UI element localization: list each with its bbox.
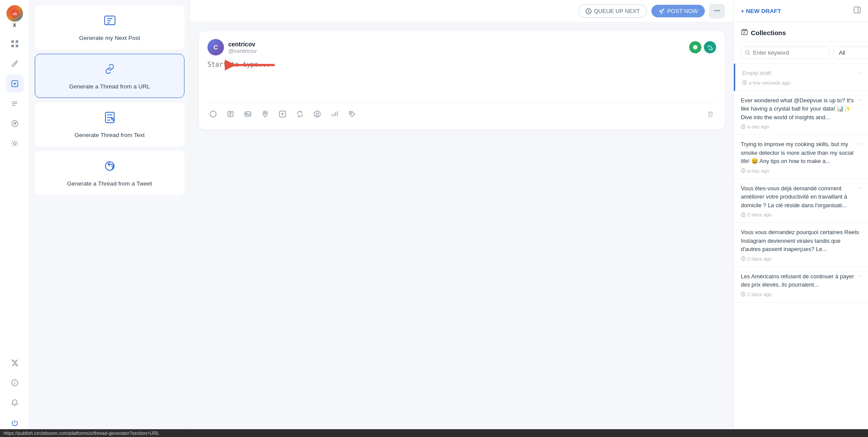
user-handle: @centricov — [228, 48, 256, 54]
sidebar-item-compose[interactable] — [6, 55, 24, 73]
panel-toggle-button[interactable] — [853, 6, 861, 16]
svg-rect-19 — [718, 10, 720, 11]
tweet-compose-area: C centricov @centricov — [199, 31, 725, 130]
draft-item-text: Les Américains refusent de continuer à p… — [741, 272, 861, 289]
svg-rect-18 — [717, 10, 718, 11]
editor-body: C centricov @centricov — [190, 23, 733, 437]
avatar: C — [207, 39, 224, 55]
thread-icon[interactable] — [225, 108, 236, 122]
status-url: https://publish.circleboom.com/platforms… — [3, 430, 159, 436]
draft-item-time: a day ago — [741, 124, 861, 129]
thread-text-label: Generate Thread from Text — [75, 132, 145, 138]
svg-rect-32 — [854, 7, 860, 13]
sidebar-item-info[interactable] — [6, 374, 24, 392]
user-info: centricov @centricov — [228, 41, 256, 54]
svg-point-30 — [351, 113, 352, 114]
sidebar-item-dashboard[interactable] — [6, 35, 24, 53]
ai-card-thread-url[interactable]: Generate a Thread from a URL — [35, 54, 184, 98]
next-post-label: Generate my Next Post — [79, 35, 140, 41]
sidebar-item-settings[interactable] — [6, 134, 24, 153]
draft-item-deepvue[interactable]: Ever wondered what @Deepvue is up to? It… — [734, 91, 868, 135]
keyword-search-input[interactable] — [753, 49, 826, 56]
sidebar-item-notifications[interactable] — [6, 394, 24, 412]
filter-select[interactable]: All Drafts Scheduled Published — [833, 46, 868, 59]
svg-rect-17 — [714, 10, 716, 11]
ai-tools-panel: Generate my Next Post Generate a Thread … — [30, 0, 190, 437]
draft-more-button[interactable]: ··· — [858, 184, 863, 191]
emoji-icon[interactable] — [312, 108, 323, 122]
tweet-header: C centricov @centricov — [207, 39, 716, 55]
svg-point-24 — [246, 113, 247, 114]
queue-up-next-button[interactable]: QUEUE UP NEXT — [578, 4, 648, 18]
sidebar-item-feeds[interactable] — [6, 95, 24, 113]
draft-item-americains[interactable]: Les Américains refusent de continuer à p… — [734, 267, 868, 303]
collections-label: Collections — [751, 29, 786, 36]
draft-more-button[interactable]: ··· — [858, 272, 863, 279]
ai-card-thread-text[interactable]: Generate Thread from Text — [35, 102, 184, 147]
thread-url-label: Generate a Thread from a URL — [69, 83, 150, 90]
svg-point-20 — [693, 45, 697, 49]
draft-item-reels[interactable]: Vous vous demandez pourquoi certaines Re… — [734, 223, 868, 267]
ai-card-thread-tweet[interactable]: Generate a Thread from a Tweet — [35, 151, 184, 195]
search-filter-row: All Drafts Scheduled Published — [734, 42, 868, 64]
draft-more-button[interactable]: ··· — [858, 140, 863, 147]
collections-header: Collections — [734, 22, 868, 42]
sidebar-bottom — [6, 354, 24, 432]
svg-rect-2 — [11, 40, 14, 43]
thread-text-icon — [103, 111, 117, 127]
delete-icon[interactable] — [705, 108, 716, 122]
clock-icon — [741, 168, 746, 173]
drafts-list: Empty draft a few seconds ago ··· Ever w… — [734, 64, 868, 437]
draft-item-text: Ever wondered what @Deepvue is up to? It… — [741, 96, 861, 122]
next-post-icon — [103, 13, 117, 30]
svg-point-29 — [318, 113, 319, 114]
logo-area: cb X — [7, 5, 23, 28]
post-now-button[interactable]: POST NOW — [651, 5, 705, 17]
search-icon — [745, 50, 750, 55]
ai-card-next-post[interactable]: Generate my Next Post — [35, 5, 184, 49]
svg-text:cb: cb — [12, 12, 17, 16]
clock-icon — [742, 80, 747, 85]
draft-item-productivite[interactable]: Vous êtes-vous déjà demandé comment amél… — [734, 179, 868, 223]
svg-point-34 — [746, 51, 749, 54]
sidebar-item-analytics[interactable] — [6, 114, 24, 133]
right-panel-header: + NEW DRAFT — [734, 0, 868, 22]
svg-point-28 — [316, 113, 317, 114]
new-draft-button[interactable]: + NEW DRAFT — [741, 8, 781, 14]
ai-icon-teal — [704, 41, 716, 53]
draft-item-cooking[interactable]: Trying to improve my cooking skills, but… — [734, 135, 868, 179]
top-toolbar: QUEUE UP NEXT POST NOW — [190, 0, 733, 23]
svg-point-21 — [210, 111, 216, 117]
draft-more-button[interactable]: ··· — [858, 228, 863, 235]
more-options-button[interactable] — [709, 4, 725, 19]
draft-more-button[interactable]: ··· — [858, 96, 863, 103]
main-content: QUEUE UP NEXT POST NOW C centricov @cent… — [190, 0, 733, 437]
svg-rect-11 — [105, 16, 115, 25]
sidebar-item-ai[interactable] — [6, 75, 24, 93]
draft-item-text: Vous vous demandez pourquoi certaines Re… — [741, 228, 861, 254]
thread-url-icon — [103, 62, 117, 79]
draft-item-time: 2 days ago — [741, 292, 861, 297]
svg-point-27 — [314, 111, 320, 117]
svg-rect-4 — [11, 45, 14, 47]
location-icon[interactable] — [260, 108, 271, 122]
repeat-icon[interactable] — [294, 108, 306, 122]
bullet-icon[interactable] — [207, 108, 219, 122]
draft-more-button[interactable]: ··· — [858, 69, 863, 76]
draft-item-empty[interactable]: Empty draft a few seconds ago ··· — [734, 64, 868, 91]
clock-icon — [741, 292, 746, 297]
svg-point-25 — [264, 112, 266, 114]
ai-compose-icon[interactable] — [277, 108, 288, 122]
tag-icon[interactable] — [346, 108, 358, 122]
logo-x-label: X — [13, 23, 16, 28]
sidebar-item-twitter[interactable] — [6, 354, 24, 372]
svg-rect-33 — [742, 30, 747, 35]
right-panel: + NEW DRAFT Collections All Drafts Sched… — [733, 0, 868, 437]
image-icon[interactable] — [242, 108, 253, 122]
status-bar: https://publish.circleboom.com/platforms… — [0, 429, 868, 437]
draft-item-time: a day ago — [741, 168, 861, 173]
draft-item-time: 2 days ago — [741, 212, 861, 217]
compose-textarea[interactable] — [207, 61, 716, 95]
clock-icon — [741, 124, 746, 129]
poll-icon[interactable] — [329, 108, 340, 122]
